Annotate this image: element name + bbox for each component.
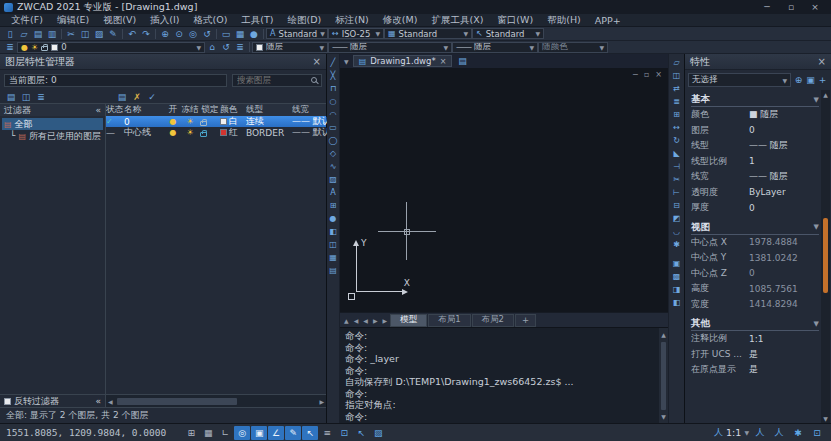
cursor-toggle-icon[interactable]: ↖ bbox=[302, 426, 318, 440]
delete-layer-icon[interactable]: ✗ bbox=[130, 91, 144, 103]
close-document-icon[interactable]: × bbox=[440, 57, 447, 66]
tab-layout2[interactable]: 布局2 bbox=[472, 314, 514, 327]
save-icon[interactable]: ▤ bbox=[31, 28, 45, 40]
col-lock[interactable]: 锁定 bbox=[200, 104, 220, 116]
tab-nav-next-icon[interactable]: ▶ bbox=[371, 317, 380, 324]
mirror-icon[interactable]: ⇄ bbox=[671, 82, 683, 95]
dynamic-input-toggle-icon[interactable]: ✎ bbox=[285, 426, 301, 440]
chevron-down-icon[interactable]: ▼ bbox=[744, 429, 749, 436]
layer-states-icon[interactable]: ≣ bbox=[233, 41, 247, 53]
annotation-visibility-icon[interactable]: 人 bbox=[752, 426, 768, 440]
otrack-toggle-icon[interactable]: ∠ bbox=[268, 426, 284, 440]
chevron-down-icon[interactable]: ▼ bbox=[320, 30, 325, 37]
properties-scroll-thumb[interactable] bbox=[823, 218, 828, 293]
layer-lineweight[interactable]: —— 默认 bbox=[292, 126, 325, 139]
prop-annotation-scale[interactable]: 注释比例1:1 bbox=[691, 331, 819, 347]
layer-on-bulb-icon[interactable]: ● bbox=[166, 117, 180, 126]
mleader-style-combo[interactable]: ↖ Standard ▼ bbox=[472, 28, 544, 39]
undo-icon[interactable]: ↶ bbox=[125, 28, 139, 40]
selection-combo[interactable]: 无选择 ▼ bbox=[688, 73, 791, 87]
scroll-down-icon[interactable]: ▼ bbox=[661, 411, 666, 423]
layer-freeze-sun-icon[interactable]: ☀ bbox=[180, 128, 200, 137]
prop-center-z[interactable]: 中心点 Z0 bbox=[691, 266, 819, 282]
menu-draw[interactable]: 绘图(D) bbox=[281, 14, 329, 27]
close-icon[interactable]: × bbox=[313, 56, 321, 67]
set-current-layer-icon[interactable]: ✓ bbox=[145, 91, 159, 103]
polygon-icon[interactable]: ◇ bbox=[327, 147, 339, 160]
menu-tools[interactable]: 工具(T) bbox=[234, 14, 280, 27]
snap-toggle-icon[interactable]: ⊞ bbox=[183, 426, 199, 440]
layer-lock-cell[interactable] bbox=[200, 118, 220, 126]
invert-filter-control[interactable]: 反转过滤器 « bbox=[0, 395, 106, 407]
auto-annotation-icon[interactable]: 人 bbox=[771, 426, 787, 440]
extend-icon[interactable]: ⊢ bbox=[671, 186, 683, 199]
layer-combo[interactable]: ● ☀ 0 ▼ bbox=[17, 42, 205, 53]
chevron-down-icon[interactable]: ▼ bbox=[375, 30, 380, 37]
scale-icon[interactable]: ◣ bbox=[671, 147, 683, 160]
redo-icon[interactable]: ↷ bbox=[139, 28, 153, 40]
layer-states-manager-icon[interactable]: ≣ bbox=[34, 91, 48, 103]
collapse-section-icon[interactable]: ▼ bbox=[814, 320, 819, 328]
dim-style-combo[interactable]: ↔ ISO-25 ▼ bbox=[328, 28, 384, 39]
collapse-section-icon[interactable]: ▼ bbox=[814, 223, 819, 231]
paste-icon[interactable]: ▨ bbox=[92, 28, 106, 40]
add-layout-tab[interactable]: + bbox=[515, 314, 536, 327]
tab-layout1[interactable]: 布局1 bbox=[428, 314, 470, 327]
tab-model[interactable]: 模型 bbox=[390, 314, 427, 327]
polar-toggle-icon[interactable]: ◎ bbox=[234, 426, 250, 440]
layer-search-input[interactable] bbox=[237, 75, 307, 85]
close-drawing-icon[interactable]: × bbox=[655, 70, 662, 79]
lineweight-combo[interactable]: —— 随层 ▼ bbox=[452, 42, 538, 53]
menu-modify[interactable]: 修改(M) bbox=[376, 14, 425, 27]
copy-icon[interactable]: ◫ bbox=[78, 28, 92, 40]
document-tab[interactable]: ▤ Drawing1.dwg* × bbox=[353, 55, 453, 67]
spline-icon[interactable]: ∿ bbox=[327, 160, 339, 173]
chevron-down-icon[interactable]: ▼ bbox=[782, 77, 787, 84]
properties-scrollbar[interactable]: ▲ ▼ bbox=[821, 90, 830, 423]
draworder-above-icon[interactable]: ◨ bbox=[671, 283, 683, 296]
scroll-up-icon[interactable]: ▲ bbox=[823, 91, 828, 98]
chevron-down-icon[interactable]: ▼ bbox=[463, 30, 468, 37]
scroll-left-icon[interactable]: ◀ bbox=[106, 398, 115, 405]
xline-icon[interactable]: ╳ bbox=[327, 69, 339, 82]
text-style-combo[interactable]: A Standard ▼ bbox=[266, 28, 328, 39]
col-on[interactable]: 开 bbox=[166, 104, 180, 116]
section-view[interactable]: 视图 ▼ bbox=[691, 221, 819, 235]
command-scroll-thumb[interactable] bbox=[661, 342, 666, 410]
plot-icon[interactable]: ▥ bbox=[45, 28, 59, 40]
match-properties-icon[interactable]: ✎ bbox=[106, 28, 120, 40]
settings-gear-icon[interactable]: ✱ bbox=[790, 426, 806, 440]
rotate-icon[interactable]: ↻ bbox=[671, 134, 683, 147]
menu-window[interactable]: 窗口(W) bbox=[490, 14, 540, 27]
viewport-icon[interactable]: ● bbox=[247, 28, 261, 40]
tab-nav-prev-icon[interactable]: ◀ bbox=[352, 317, 361, 324]
workspace-toggle-icon[interactable]: ▨ bbox=[370, 426, 386, 440]
chevron-down-icon[interactable]: ▼ bbox=[535, 30, 540, 37]
cut-icon[interactable]: ✂ bbox=[64, 28, 78, 40]
collapse-section-icon[interactable]: ▼ bbox=[814, 96, 819, 104]
stretch-icon[interactable]: ⊣ bbox=[671, 160, 683, 173]
explode-icon[interactable]: ✱ bbox=[671, 238, 683, 251]
table-icon[interactable]: ⊞ bbox=[327, 199, 339, 212]
chevron-down-icon[interactable]: ▼ bbox=[443, 44, 448, 51]
close-button[interactable]: × bbox=[803, 1, 827, 14]
arc-icon[interactable]: ◠ bbox=[327, 108, 339, 121]
menu-view[interactable]: 视图(V) bbox=[96, 14, 143, 27]
menu-insert[interactable]: 插入(I) bbox=[143, 14, 186, 27]
section-misc[interactable]: 其他 ▼ bbox=[691, 317, 819, 331]
layer-on-bulb-icon[interactable]: ● bbox=[166, 128, 180, 137]
draworder-front-icon[interactable]: ▣ bbox=[671, 257, 683, 270]
new-group-filter-icon[interactable]: ◫ bbox=[19, 91, 33, 103]
line-icon[interactable]: ╱ bbox=[327, 56, 339, 69]
draworder-back-icon[interactable]: ▩ bbox=[671, 270, 683, 283]
new-drawing-icon[interactable]: ▤ bbox=[454, 56, 471, 66]
col-status[interactable]: 状态 bbox=[106, 104, 124, 116]
layer-search-box[interactable] bbox=[232, 74, 322, 87]
prop-layer[interactable]: 图层0 bbox=[691, 123, 819, 139]
linetype-combo[interactable]: —— 随层 ▼ bbox=[328, 42, 452, 53]
open-icon[interactable]: ▱ bbox=[17, 28, 31, 40]
offset-icon[interactable]: ≣ bbox=[671, 95, 683, 108]
hscroll-thumb[interactable] bbox=[117, 398, 237, 405]
osnap-toggle-icon[interactable]: ▣ bbox=[251, 426, 267, 440]
new-icon[interactable]: ▯ bbox=[3, 28, 17, 40]
